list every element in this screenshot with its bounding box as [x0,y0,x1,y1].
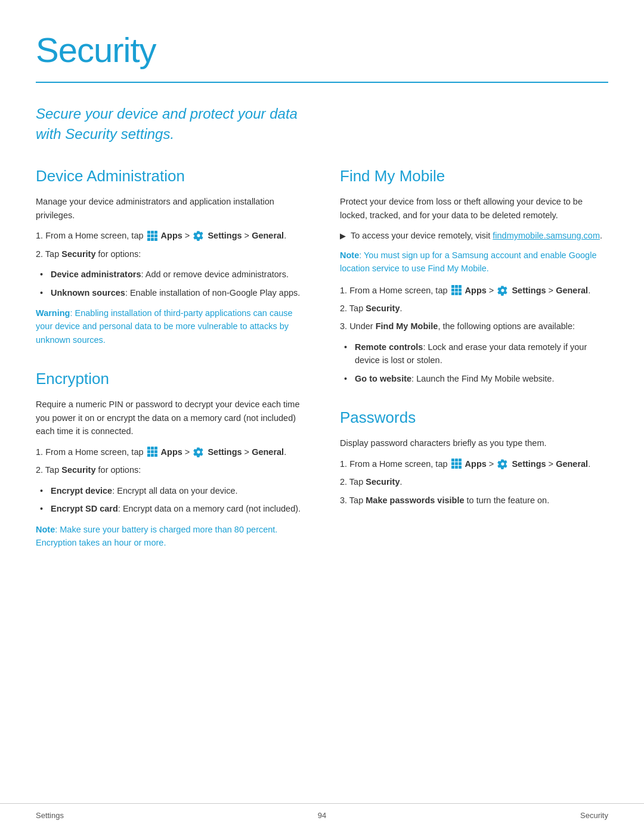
security-label-enc: Security [61,465,95,475]
arrow-bullet-item: ▶ To access your device remotely, visit … [340,229,608,242]
page-subtitle: Secure your device and protect your data… [36,104,298,144]
enc-step-1: From a Home screen, tap Apps > Settings … [36,445,304,459]
encrypt-sd-label: Encrypt SD card [51,504,118,513]
arrow-text: To access your device remotely, visit fi… [351,229,602,242]
passwords-steps: From a Home screen, tap Apps > Settings … [340,457,608,507]
page-title: Security [36,24,608,76]
settings-icon-fmm [497,285,508,296]
fmm-steps: From a Home screen, tap Apps > Settings … [340,284,608,333]
settings-label-enc: Settings [208,447,242,457]
encrypt-device-label: Encrypt device [51,486,112,496]
bullet-go-to-website: Go to website: Launch the Find My Mobile… [355,372,608,385]
bullet-unknown-sources: Unknown sources: Enable installation of … [51,286,304,299]
device-admin-steps: From a Home screen, tap Apps > Settings … [36,229,304,261]
step-1-device-admin: From a Home screen, tap Apps > Settings … [36,229,304,242]
col-right: Find My Mobile Protect your device from … [340,165,608,570]
fmm-step-3: Under Find My Mobile, the following opti… [340,320,608,333]
general-label: General [252,231,284,240]
passwords-section: Passwords Display password characters br… [340,406,608,507]
apps-icon [147,231,157,241]
warning-text-content: : Enabling installation of third-party a… [36,308,293,345]
apps-icon-enc [147,447,157,457]
findmymobile-link[interactable]: findmymobile.samsung.com [493,231,600,240]
page-container: Security Secure your device and protect … [0,0,644,618]
apps-icon-fmm [451,285,462,295]
pwd-step-3: Tap Make passwords visible to turn the f… [340,494,608,507]
find-my-mobile-section: Find My Mobile Protect your device from … [340,165,608,385]
two-col-layout: Device Administration Manage your device… [36,165,608,570]
fmm-note-label: Note [340,250,359,260]
security-label-pwd: Security [366,477,400,487]
bullet-encrypt-sd: Encrypt SD card: Encrypt data on a memor… [51,502,304,515]
apps-label: Apps [161,231,182,240]
device-admin-bullets: Device administrators: Add or remove dev… [36,268,304,299]
bullet-device-admins: Device administrators: Add or remove dev… [51,268,304,281]
settings-label: Settings [208,231,242,240]
enc-note-text: : Make sure your battery is charged more… [36,525,277,547]
enc-step-2: Tap Security for options: [36,463,304,476]
fmm-step-1: From a Home screen, tap Apps > Settings … [340,284,608,297]
settings-label-pwd: Settings [512,459,546,469]
settings-label-fmm: Settings [512,286,546,295]
remote-controls-label: Remote controls [355,342,423,352]
encryption-heading: Encryption [36,367,304,391]
device-admin-section: Device Administration Manage your device… [36,165,304,346]
fmm-bullets: Remote controls: Lock and erase your dat… [340,340,608,385]
fmm-label: Find My Mobile [376,321,438,331]
footer-center: 94 [318,810,326,822]
fmm-note-text: : You must sign up for a Samsung account… [340,250,596,273]
step-2-device-admin: Tap Security for options: [36,247,304,261]
encryption-section: Encryption Require a numeric PIN or pass… [36,367,304,549]
fmm-step-2: Tap Security. [340,302,608,315]
settings-icon-enc [193,447,204,457]
passwords-body: Display password characters briefly as y… [340,436,608,450]
apps-label-pwd: Apps [465,459,487,469]
general-label-fmm: General [556,286,588,295]
apps-label-fmm: Apps [465,286,487,295]
settings-icon [193,230,204,241]
passwords-heading: Passwords [340,406,608,429]
apps-icon-pwd [451,459,462,469]
find-my-mobile-note: Note: You must sign up for a Samsung acc… [340,249,608,275]
encryption-note: Note: Make sure your battery is charged … [36,523,304,550]
encryption-bullets: Encrypt device: Encrypt all data on your… [36,484,304,516]
find-my-mobile-body: Protect your device from loss or theft a… [340,195,608,222]
device-admin-warning: Warning: Enabling installation of third-… [36,306,304,346]
apps-label-enc: Apps [161,447,182,457]
pwd-step-2: Tap Security. [340,475,608,488]
make-passwords-label: Make passwords visible [366,496,464,505]
arrow-icon: ▶ [340,230,346,242]
encryption-steps: From a Home screen, tap Apps > Settings … [36,445,304,477]
bullet-remote-controls: Remote controls: Lock and erase your dat… [355,340,608,367]
pwd-step-1: From a Home screen, tap Apps > Settings … [340,457,608,470]
security-label-1: Security [61,249,95,259]
page-footer: Settings 94 Security [0,803,644,822]
footer-left: Settings [36,810,64,822]
find-my-mobile-heading: Find My Mobile [340,165,608,188]
title-divider [36,82,608,83]
bullet-encrypt-device: Encrypt device: Encrypt all data on your… [51,484,304,497]
general-label-pwd: General [556,459,588,469]
warning-label: Warning [36,308,70,318]
device-admin-body: Manage your device administrators and ap… [36,195,304,222]
general-label-enc: General [252,447,284,457]
device-admins-label: Device administrators [51,270,141,279]
security-label-fmm: Security [366,304,400,313]
settings-icon-pwd [497,459,508,469]
unknown-sources-label: Unknown sources [51,288,125,298]
col-left: Device Administration Manage your device… [36,165,304,570]
go-to-website-label: Go to website [355,374,411,383]
device-admin-heading: Device Administration [36,165,304,188]
enc-note-label: Note [36,525,55,534]
footer-right: Security [580,810,608,822]
encryption-body: Require a numeric PIN or password to dec… [36,398,304,438]
